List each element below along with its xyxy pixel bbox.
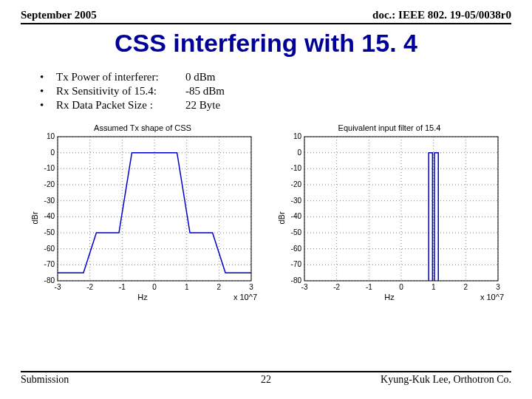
- slide: September 2005 doc.: IEEE 802. 19-05/003…: [0, 0, 532, 399]
- svg-rect-69: [304, 137, 498, 281]
- svg-text:-20: -20: [291, 180, 302, 188]
- chart-svg: -3-2-10123100-10-20-30-40-50-60-70-80: [28, 123, 257, 312]
- svg-text:-40: -40: [44, 212, 55, 220]
- bullet-list: • Tx Power of interferer: 0 dBm • Rx Sen…: [40, 71, 511, 112]
- svg-text:-50: -50: [291, 228, 302, 236]
- svg-text:-1: -1: [119, 283, 126, 291]
- svg-text:0: 0: [152, 283, 157, 291]
- bullet-item: • Rx Data Packet Size : 22 Byte: [40, 99, 511, 112]
- svg-text:-2: -2: [333, 283, 340, 291]
- bullet-dot-icon: •: [40, 99, 56, 112]
- bullet-item: • Tx Power of interferer: 0 dBm: [40, 71, 511, 83]
- svg-text:3: 3: [496, 283, 500, 291]
- svg-rect-34: [58, 137, 251, 281]
- svg-text:0: 0: [50, 149, 55, 157]
- charts-row: Assumed Tx shape of CSS dBr -3-2-1012310…: [21, 123, 511, 312]
- svg-text:-30: -30: [291, 197, 302, 205]
- bullet-label: Rx Data Packet Size :: [56, 99, 185, 112]
- chart-right: Equivalent input filter of 15.4 dBr -3-2…: [275, 123, 504, 312]
- svg-text:0: 0: [297, 149, 301, 157]
- svg-text:-50: -50: [44, 228, 55, 236]
- chart-title: Assumed Tx shape of CSS: [28, 123, 257, 132]
- chart-left: Assumed Tx shape of CSS dBr -3-2-1012310…: [28, 123, 257, 312]
- svg-text:-3: -3: [301, 283, 308, 291]
- svg-text:-20: -20: [44, 180, 55, 188]
- bullet-value: 22 Byte: [185, 99, 220, 112]
- header-docnum: doc.: IEEE 802. 19-05/0038r0: [372, 9, 511, 21]
- bullet-dot-icon: •: [40, 71, 56, 83]
- footer-bar: Submission 22 Kyung-Kuk Lee, Orthotron C…: [21, 371, 511, 386]
- svg-text:10: 10: [47, 132, 55, 140]
- chart-xlabel: Hz: [275, 293, 504, 301]
- bullet-label: Rx Sensitivity of 15.4:: [56, 85, 185, 98]
- svg-text:0: 0: [399, 283, 403, 291]
- chart-xlabel: Hz: [28, 293, 257, 301]
- svg-text:-30: -30: [44, 197, 55, 205]
- svg-text:2: 2: [464, 283, 468, 291]
- svg-text:-10: -10: [44, 164, 55, 172]
- header-date: September 2005: [21, 9, 97, 21]
- svg-text:-80: -80: [291, 276, 302, 284]
- bullet-item: • Rx Sensitivity of 15.4: -85 dBm: [40, 85, 511, 98]
- chart-xmultiplier: x 10^7: [233, 293, 257, 301]
- svg-text:-70: -70: [44, 260, 55, 268]
- chart-title: Equivalent input filter of 15.4: [275, 123, 504, 132]
- svg-text:2: 2: [217, 283, 222, 291]
- svg-text:10: 10: [293, 132, 302, 140]
- footer-page: 22: [21, 374, 511, 386]
- svg-text:-80: -80: [44, 276, 55, 284]
- svg-text:-10: -10: [291, 164, 302, 172]
- svg-text:-60: -60: [44, 245, 55, 253]
- svg-text:-1: -1: [366, 283, 372, 291]
- svg-text:-70: -70: [291, 260, 302, 268]
- svg-text:-60: -60: [291, 245, 302, 253]
- svg-text:1: 1: [432, 283, 436, 291]
- bullet-value: -85 dBm: [185, 85, 225, 98]
- chart-svg: -3-2-10123100-10-20-30-40-50-60-70-80: [275, 123, 504, 312]
- header-bar: September 2005 doc.: IEEE 802. 19-05/003…: [21, 9, 511, 24]
- bullet-label: Tx Power of interferer:: [56, 71, 185, 83]
- bullet-value: 0 dBm: [185, 71, 215, 83]
- bullet-dot-icon: •: [40, 85, 56, 98]
- svg-text:-3: -3: [55, 283, 61, 291]
- svg-text:3: 3: [249, 283, 253, 291]
- page-title: CSS interfering with 15. 4: [21, 29, 511, 58]
- svg-text:1: 1: [185, 283, 189, 291]
- chart-xmultiplier: x 10^7: [480, 293, 504, 301]
- svg-text:-40: -40: [291, 212, 302, 220]
- chart-ylabel: dBr: [277, 211, 286, 224]
- chart-ylabel: dBr: [30, 211, 39, 224]
- svg-text:-2: -2: [86, 283, 93, 291]
